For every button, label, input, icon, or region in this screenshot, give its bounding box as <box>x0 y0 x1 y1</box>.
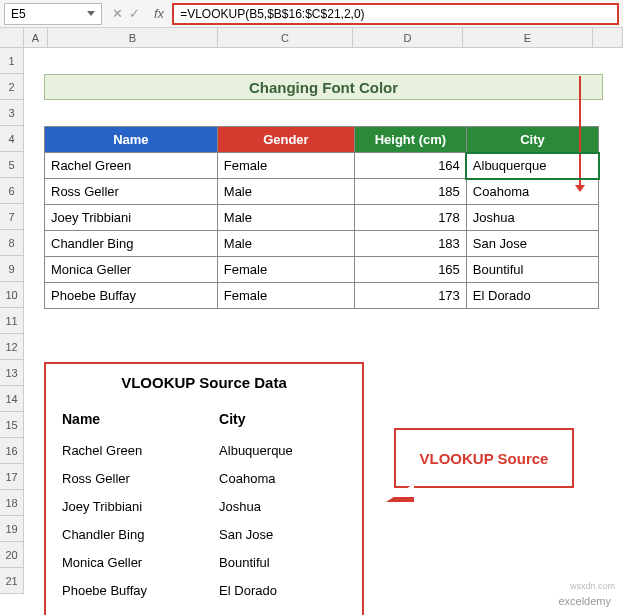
source-cell-name[interactable]: Joey Tribbiani <box>62 493 217 519</box>
row-header-14[interactable]: 14 <box>0 386 23 412</box>
cell-height[interactable]: 183 <box>355 231 467 257</box>
name-box-value: E5 <box>11 7 26 21</box>
col-header-B[interactable]: B <box>48 28 218 47</box>
source-cell-name[interactable]: Ross Geller <box>62 465 217 491</box>
source-cell-name[interactable]: Rachel Green <box>62 437 217 463</box>
cell-name[interactable]: Ross Geller <box>45 179 218 205</box>
source-cell-city[interactable]: Coahoma <box>219 465 346 491</box>
source-cell-city[interactable]: Bountiful <box>219 549 346 575</box>
header-height[interactable]: Height (cm) <box>355 127 467 153</box>
table-row: Chandler BingMale183San Jose <box>45 231 599 257</box>
row-header-19[interactable]: 19 <box>0 516 23 542</box>
row-header-11[interactable]: 11 <box>0 308 23 334</box>
source-cell-city[interactable]: El Dorado <box>219 577 346 603</box>
cell-gender[interactable]: Female <box>217 283 354 309</box>
row-header-9[interactable]: 9 <box>0 256 23 282</box>
source-cell-city[interactable]: San Jose <box>219 521 346 547</box>
row-header-7[interactable]: 7 <box>0 204 23 230</box>
cancel-icon[interactable]: ✕ <box>112 6 123 21</box>
table-row: Phoebe BuffayFemale173El Dorado <box>45 283 599 309</box>
source-cell-city[interactable]: Albuquerque <box>219 437 346 463</box>
header-name[interactable]: Name <box>45 127 218 153</box>
table-row: Rachel GreenFemale164Albuquerque <box>45 153 599 179</box>
cell-name[interactable]: Chandler Bing <box>45 231 218 257</box>
row-header-4[interactable]: 4 <box>0 126 23 152</box>
formula-buttons: ✕ ✓ <box>106 6 146 21</box>
column-headers: ABCDE <box>0 28 623 48</box>
cell-height[interactable]: 173 <box>355 283 467 309</box>
row-header-2[interactable]: 2 <box>0 74 23 100</box>
sheet-title: Changing Font Color <box>44 74 603 100</box>
source-data-box: VLOOKUP Source Data Name City Rachel Gre… <box>44 362 364 615</box>
table-row: Joey TribbianiMale178Joshua <box>45 205 599 231</box>
watermark-wsx: wsxdn.com <box>570 581 615 591</box>
row-header-16[interactable]: 16 <box>0 438 23 464</box>
cell-city[interactable]: San Jose <box>466 231 598 257</box>
row-header-1[interactable]: 1 <box>0 48 23 74</box>
col-header-E[interactable]: E <box>463 28 593 47</box>
source-header-name: Name <box>62 407 217 435</box>
source-row: Ross GellerCoahoma <box>62 465 346 491</box>
chevron-down-icon[interactable] <box>87 11 95 16</box>
source-row: Joey TribbianiJoshua <box>62 493 346 519</box>
source-cell-city[interactable]: Joshua <box>219 493 346 519</box>
cell-name[interactable]: Phoebe Buffay <box>45 283 218 309</box>
cell-height[interactable]: 164 <box>355 153 467 179</box>
row-header-5[interactable]: 5 <box>0 152 23 178</box>
row-header-6[interactable]: 6 <box>0 178 23 204</box>
row-header-13[interactable]: 13 <box>0 360 23 386</box>
row-header-15[interactable]: 15 <box>0 412 23 438</box>
cell-height[interactable]: 165 <box>355 257 467 283</box>
source-cell-name[interactable]: Chandler Bing <box>62 521 217 547</box>
row-header-10[interactable]: 10 <box>0 282 23 308</box>
table-row: Monica GellerFemale165Bountiful <box>45 257 599 283</box>
callout-label: VLOOKUP Source <box>394 428 574 488</box>
source-header-city: City <box>219 407 346 435</box>
row-header-12[interactable]: 12 <box>0 334 23 360</box>
row-header-20[interactable]: 20 <box>0 542 23 568</box>
source-title: VLOOKUP Source Data <box>60 374 348 391</box>
main-table: Name Gender Height (cm) City Rachel Gree… <box>44 126 599 309</box>
row-header-17[interactable]: 17 <box>0 464 23 490</box>
watermark-text: exceldemy <box>558 595 611 607</box>
cell-gender[interactable]: Female <box>217 153 354 179</box>
formula-bar: E5 ✕ ✓ fx =VLOOKUP(B5,$B$16:$C$21,2,0) <box>0 0 623 28</box>
source-row: Phoebe BuffayEl Dorado <box>62 577 346 603</box>
col-header-D[interactable]: D <box>353 28 463 47</box>
source-row: Monica GellerBountiful <box>62 549 346 575</box>
cell-city[interactable]: Joshua <box>466 205 598 231</box>
cell-height[interactable]: 178 <box>355 205 467 231</box>
formula-text: =VLOOKUP(B5,$B$16:$C$21,2,0) <box>180 7 364 21</box>
col-header-C[interactable]: C <box>218 28 353 47</box>
row-header-8[interactable]: 8 <box>0 230 23 256</box>
cell-gender[interactable]: Male <box>217 231 354 257</box>
col-header-corner[interactable] <box>0 28 24 47</box>
cell-city[interactable]: El Dorado <box>466 283 598 309</box>
cell-gender[interactable]: Male <box>217 179 354 205</box>
fx-icon[interactable]: fx <box>150 6 168 21</box>
col-header-A[interactable]: A <box>24 28 48 47</box>
cell-name[interactable]: Rachel Green <box>45 153 218 179</box>
cell-name[interactable]: Joey Tribbiani <box>45 205 218 231</box>
source-cell-name[interactable]: Phoebe Buffay <box>62 577 217 603</box>
cell-city[interactable]: Bountiful <box>466 257 598 283</box>
formula-input[interactable]: =VLOOKUP(B5,$B$16:$C$21,2,0) <box>172 3 619 25</box>
spreadsheet-grid: ABCDE 123456789101112131415161718192021 … <box>0 28 623 594</box>
col-header-corner[interactable] <box>593 28 623 47</box>
cell-gender[interactable]: Female <box>217 257 354 283</box>
cell-gender[interactable]: Male <box>217 205 354 231</box>
source-row: Rachel GreenAlbuquerque <box>62 437 346 463</box>
row-header-18[interactable]: 18 <box>0 490 23 516</box>
accept-icon[interactable]: ✓ <box>129 6 140 21</box>
cell-height[interactable]: 185 <box>355 179 467 205</box>
source-table: Name City Rachel GreenAlbuquerqueRoss Ge… <box>60 405 348 605</box>
row-header-21[interactable]: 21 <box>0 568 23 594</box>
row-header-3[interactable]: 3 <box>0 100 23 126</box>
cell-name[interactable]: Monica Geller <box>45 257 218 283</box>
cells-area[interactable]: Changing Font Color Name Gender Height (… <box>24 48 623 594</box>
name-box[interactable]: E5 <box>4 3 102 25</box>
source-cell-name[interactable]: Monica Geller <box>62 549 217 575</box>
callout-tail-icon <box>392 484 414 497</box>
header-gender[interactable]: Gender <box>217 127 354 153</box>
cell-city[interactable]: Albuquerque <box>466 153 598 179</box>
